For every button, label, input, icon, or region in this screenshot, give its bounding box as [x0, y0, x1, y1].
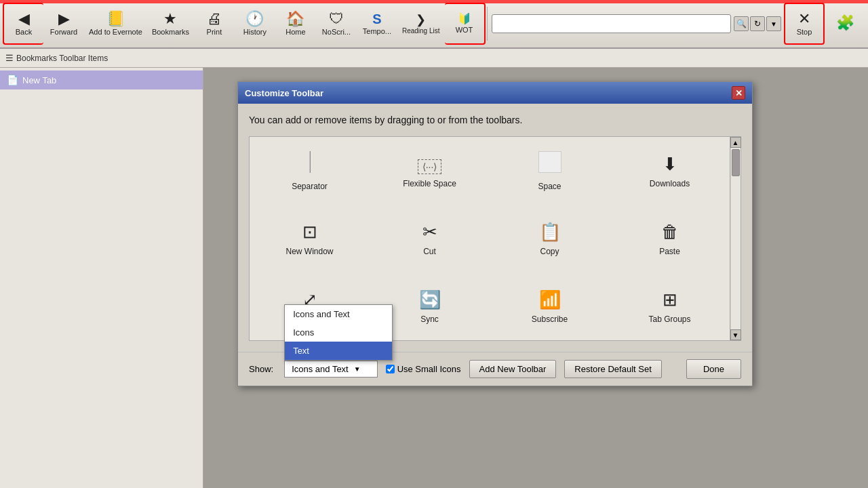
copy-icon: 📋	[539, 222, 561, 243]
grid-scrollbar: ▲ ▼	[730, 136, 741, 341]
history-button[interactable]: 🕐 History	[235, 3, 275, 45]
tempo-label: Tempo...	[363, 27, 391, 35]
wot-label: WOT	[456, 26, 473, 34]
noscript-label: NoScri...	[322, 28, 351, 36]
scroll-thumb[interactable]	[732, 149, 740, 176]
small-icons-checkbox-label[interactable]: Use Small Icons	[386, 364, 461, 374]
history-label: History	[243, 28, 267, 36]
dropdown-arrow-icon: ▼	[354, 365, 361, 373]
print-button[interactable]: 🖨 Print	[194, 3, 235, 45]
main-toolbar: ◀ Back ▶ Forward 📒 Add to Evernote ★ Boo…	[0, 0, 868, 49]
new-tab-icon: 📄	[7, 75, 18, 85]
bookmarks-label: Bookmarks	[152, 28, 189, 36]
bookmarks-bar-icon: ☰	[5, 53, 14, 63]
dropdown-option-text[interactable]: Text	[285, 342, 392, 360]
space-icon	[538, 151, 561, 178]
sync-icon: 🔄	[419, 289, 441, 310]
paste-icon: 🗑	[661, 222, 679, 243]
scroll-down-arrow[interactable]: ▼	[730, 329, 741, 340]
readinglist-icon: ❯	[416, 14, 426, 26]
forward-button[interactable]: ▶ Forward	[43, 3, 84, 45]
addon-button[interactable]: 🧩	[825, 3, 865, 45]
back-button[interactable]: ◀ Back	[3, 3, 43, 45]
content-area: Customize Toolbar ✕ You can add or remov…	[203, 68, 868, 488]
history-icon: 🕐	[245, 12, 264, 26]
cut-icon: ✂	[422, 222, 437, 243]
dropdown-button[interactable]: ▼	[766, 16, 781, 31]
refresh-button[interactable]: ↻	[750, 16, 765, 31]
main-area: 📄 New Tab Customize Toolbar ✕ You can ad…	[0, 68, 868, 488]
show-dropdown-value: Icons and Text	[292, 364, 349, 374]
grid-item-new-window[interactable]: ⊡ New Window	[250, 205, 370, 272]
tempo-icon: S	[372, 12, 381, 26]
grid-item-cut[interactable]: ✂ Cut	[370, 205, 490, 272]
grid-item-separator[interactable]: Separator	[250, 137, 370, 205]
print-icon: 🖨	[207, 12, 222, 26]
separator-icon	[309, 151, 311, 178]
flexible-space-icon: ⟨···⟩	[418, 154, 442, 175]
downloads-icon: ⬇	[663, 154, 677, 175]
show-dropdown-menu: Icons and Text Icons Text	[284, 304, 393, 361]
bookmarks-icon: ★	[163, 12, 177, 26]
wot-icon: 🔰	[458, 14, 471, 24]
modal-title: Customize Toolbar	[245, 88, 323, 98]
done-button[interactable]: Done	[686, 359, 741, 379]
dropdown-option-icons-and-text[interactable]: Icons and Text	[285, 305, 392, 323]
grid-item-subscribe[interactable]: 📶 Subscribe	[490, 272, 610, 340]
tab-groups-icon: ⊞	[663, 289, 677, 310]
sidebar: 📄 New Tab	[0, 68, 203, 488]
show-dropdown-button[interactable]: Icons and Text ▼	[284, 361, 378, 378]
small-icons-checkbox[interactable]	[386, 365, 395, 373]
grid-item-flexible-space[interactable]: ⟨···⟩ Flexible Space	[370, 137, 490, 205]
bookmarks-button[interactable]: ★ Bookmarks	[147, 3, 194, 45]
grid-item-paste[interactable]: 🗑 Paste	[610, 205, 730, 272]
red-highlight-top	[0, 0, 868, 3]
dropdown-option-icons[interactable]: Icons	[285, 323, 392, 342]
small-icons-label: Use Small Icons	[397, 364, 461, 374]
modal-close-button[interactable]: ✕	[732, 86, 745, 100]
bookmarks-bar: ☰ Bookmarks Toolbar Items	[0, 49, 868, 68]
wot-button[interactable]: 🔰 WOT	[445, 3, 486, 45]
grid-item-space[interactable]: Space	[490, 137, 610, 205]
stop-button[interactable]: ✕ Stop	[784, 3, 825, 45]
grid-item-copy[interactable]: 📋 Copy	[490, 205, 610, 272]
sidebar-item-label: New Tab	[22, 75, 56, 85]
back-label: Back	[16, 28, 32, 36]
home-icon: 🏠	[286, 12, 304, 26]
stop-icon: ✕	[798, 12, 810, 26]
noscript-button[interactable]: 🛡 NoScri...	[316, 3, 357, 45]
add-new-toolbar-button[interactable]: Add New Toolbar	[469, 360, 557, 378]
subscribe-icon: 📶	[539, 289, 561, 310]
new-window-icon: ⊡	[302, 222, 317, 243]
home-label: Home	[285, 28, 305, 36]
forward-label: Forward	[50, 28, 77, 36]
grid-item-tab-groups[interactable]: ⊞ Tab Groups	[610, 272, 730, 340]
show-label: Show:	[249, 364, 273, 374]
customize-toolbar-modal: Customize Toolbar ✕ You can add or remov…	[237, 81, 753, 386]
noscript-icon: 🛡	[329, 12, 344, 26]
zoom-button[interactable]: 🔍	[734, 16, 749, 31]
readinglist-label: Reading List	[402, 27, 440, 35]
sidebar-item-new-tab[interactable]: 📄 New Tab	[0, 70, 203, 89]
bookmarks-bar-label: Bookmarks Toolbar Items	[16, 54, 108, 63]
home-button[interactable]: 🏠 Home	[275, 3, 316, 45]
stop-label: Stop	[797, 28, 812, 36]
print-label: Print	[207, 28, 222, 36]
dropdown-wrapper: Icons and Text ▼ Icons and Text Icons Te…	[284, 361, 378, 378]
toolbar-separator	[487, 7, 488, 41]
readinglist-button[interactable]: ❯ Reading List	[397, 3, 445, 45]
forward-icon: ▶	[58, 12, 70, 26]
tempo-button[interactable]: S Tempo...	[357, 3, 397, 45]
evernote-button[interactable]: 📒 Add to Evernote	[84, 3, 147, 45]
back-icon: ◀	[18, 12, 30, 26]
scroll-up-arrow[interactable]: ▲	[730, 137, 741, 148]
restore-default-set-button[interactable]: Restore Default Set	[564, 360, 661, 378]
scroll-track	[731, 148, 741, 329]
evernote-icon: 📒	[106, 12, 125, 26]
evernote-label: Add to Evernote	[89, 28, 142, 36]
modal-instruction: You can add or remove items by dragging …	[249, 115, 741, 125]
modal-footer: Show: Icons and Text ▼ Icons and Text Ic…	[238, 352, 752, 386]
grid-item-downloads[interactable]: ⬇ Downloads	[610, 137, 730, 205]
addon-icon: 🧩	[836, 16, 854, 30]
modal-titlebar: Customize Toolbar ✕	[238, 82, 752, 104]
